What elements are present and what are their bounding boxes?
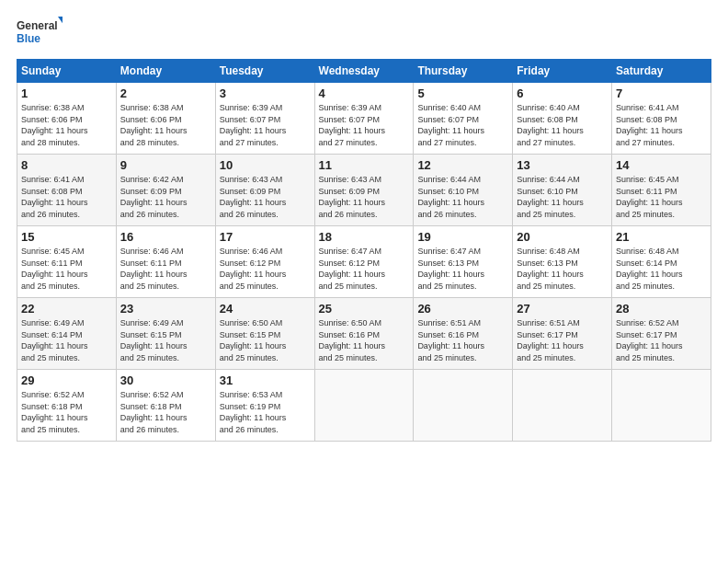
day-info: Sunrise: 6:45 AM Sunset: 6:11 PM Dayligh…: [616, 174, 707, 220]
day-info: Sunrise: 6:47 AM Sunset: 6:12 PM Dayligh…: [319, 246, 410, 292]
day-number: 19: [417, 230, 508, 244]
day-number: 22: [21, 302, 112, 316]
day-cell: 7Sunrise: 6:41 AM Sunset: 6:08 PM Daylig…: [612, 83, 711, 155]
day-number: 31: [220, 373, 311, 387]
day-cell: 5Sunrise: 6:40 AM Sunset: 6:07 PM Daylig…: [414, 83, 513, 155]
day-info: Sunrise: 6:47 AM Sunset: 6:13 PM Dayligh…: [417, 246, 508, 292]
logo: General Blue: [17, 17, 63, 50]
day-info: Sunrise: 6:41 AM Sunset: 6:08 PM Dayligh…: [616, 102, 707, 148]
day-number: 28: [616, 302, 707, 316]
day-number: 1: [21, 86, 112, 100]
day-info: Sunrise: 6:50 AM Sunset: 6:16 PM Dayligh…: [319, 317, 410, 363]
day-info: Sunrise: 6:52 AM Sunset: 6:17 PM Dayligh…: [616, 317, 707, 363]
day-cell: 30Sunrise: 6:52 AM Sunset: 6:18 PM Dayli…: [116, 370, 215, 442]
day-cell: 6Sunrise: 6:40 AM Sunset: 6:08 PM Daylig…: [513, 83, 612, 155]
day-header-sunday: Sunday: [17, 60, 117, 83]
svg-text:Blue: Blue: [17, 32, 40, 45]
day-info: Sunrise: 6:49 AM Sunset: 6:14 PM Dayligh…: [21, 317, 112, 363]
day-info: Sunrise: 6:43 AM Sunset: 6:09 PM Dayligh…: [220, 174, 311, 220]
svg-text:General: General: [17, 19, 58, 32]
day-cell: 10Sunrise: 6:43 AM Sunset: 6:09 PM Dayli…: [215, 155, 314, 226]
day-info: Sunrise: 6:48 AM Sunset: 6:14 PM Dayligh…: [616, 246, 707, 292]
calendar-page: General Blue SundayMondayTuesdayWednesda…: [0, 0, 728, 563]
day-cell: 28Sunrise: 6:52 AM Sunset: 6:17 PM Dayli…: [612, 298, 711, 370]
day-number: 13: [517, 158, 608, 172]
day-cell: 13Sunrise: 6:44 AM Sunset: 6:10 PM Dayli…: [513, 155, 612, 226]
day-number: 18: [319, 230, 410, 244]
day-cell: [612, 370, 711, 442]
day-number: 14: [616, 158, 707, 172]
day-info: Sunrise: 6:40 AM Sunset: 6:07 PM Dayligh…: [417, 102, 508, 148]
day-info: Sunrise: 6:39 AM Sunset: 6:07 PM Dayligh…: [220, 102, 311, 148]
day-info: Sunrise: 6:42 AM Sunset: 6:09 PM Dayligh…: [120, 174, 211, 220]
day-number: 27: [517, 302, 608, 316]
day-number: 30: [120, 373, 211, 387]
day-cell: 14Sunrise: 6:45 AM Sunset: 6:11 PM Dayli…: [612, 155, 711, 226]
day-cell: 24Sunrise: 6:50 AM Sunset: 6:15 PM Dayli…: [215, 298, 314, 370]
day-number: 29: [21, 373, 112, 387]
day-cell: 22Sunrise: 6:49 AM Sunset: 6:14 PM Dayli…: [17, 298, 117, 370]
day-info: Sunrise: 6:38 AM Sunset: 6:06 PM Dayligh…: [120, 102, 211, 148]
day-cell: 2Sunrise: 6:38 AM Sunset: 6:06 PM Daylig…: [116, 83, 215, 155]
day-info: Sunrise: 6:53 AM Sunset: 6:19 PM Dayligh…: [220, 389, 311, 435]
day-cell: 4Sunrise: 6:39 AM Sunset: 6:07 PM Daylig…: [314, 83, 414, 155]
day-cell: 31Sunrise: 6:53 AM Sunset: 6:19 PM Dayli…: [215, 370, 314, 442]
day-info: Sunrise: 6:50 AM Sunset: 6:15 PM Dayligh…: [220, 317, 311, 363]
day-cell: 20Sunrise: 6:48 AM Sunset: 6:13 PM Dayli…: [513, 226, 612, 298]
day-number: 2: [120, 86, 211, 100]
day-info: Sunrise: 6:44 AM Sunset: 6:10 PM Dayligh…: [417, 174, 508, 220]
day-number: 24: [220, 302, 311, 316]
day-cell: 9Sunrise: 6:42 AM Sunset: 6:09 PM Daylig…: [116, 155, 215, 226]
day-info: Sunrise: 6:51 AM Sunset: 6:17 PM Dayligh…: [517, 317, 608, 363]
day-info: Sunrise: 6:52 AM Sunset: 6:18 PM Dayligh…: [21, 389, 112, 435]
day-cell: 26Sunrise: 6:51 AM Sunset: 6:16 PM Dayli…: [414, 298, 513, 370]
svg-marker-2: [58, 17, 63, 26]
day-number: 6: [517, 86, 608, 100]
day-info: Sunrise: 6:52 AM Sunset: 6:18 PM Dayligh…: [120, 389, 211, 435]
day-info: Sunrise: 6:41 AM Sunset: 6:08 PM Dayligh…: [21, 174, 112, 220]
day-number: 4: [319, 86, 410, 100]
day-cell: 29Sunrise: 6:52 AM Sunset: 6:18 PM Dayli…: [17, 370, 117, 442]
day-number: 17: [220, 230, 311, 244]
day-cell: 16Sunrise: 6:46 AM Sunset: 6:11 PM Dayli…: [116, 226, 215, 298]
header-row: SundayMondayTuesdayWednesdayThursdayFrid…: [17, 60, 711, 83]
day-header-thursday: Thursday: [414, 60, 513, 83]
day-cell: 1Sunrise: 6:38 AM Sunset: 6:06 PM Daylig…: [17, 83, 117, 155]
day-info: Sunrise: 6:46 AM Sunset: 6:11 PM Dayligh…: [120, 246, 211, 292]
day-number: 11: [319, 158, 410, 172]
day-info: Sunrise: 6:39 AM Sunset: 6:07 PM Dayligh…: [319, 102, 410, 148]
day-number: 21: [616, 230, 707, 244]
day-info: Sunrise: 6:48 AM Sunset: 6:13 PM Dayligh…: [517, 246, 608, 292]
day-info: Sunrise: 6:46 AM Sunset: 6:12 PM Dayligh…: [220, 246, 311, 292]
day-info: Sunrise: 6:51 AM Sunset: 6:16 PM Dayligh…: [417, 317, 508, 363]
day-info: Sunrise: 6:38 AM Sunset: 6:06 PM Dayligh…: [21, 102, 112, 148]
week-row-1: 1Sunrise: 6:38 AM Sunset: 6:06 PM Daylig…: [17, 83, 711, 155]
day-cell: [513, 370, 612, 442]
day-cell: 23Sunrise: 6:49 AM Sunset: 6:15 PM Dayli…: [116, 298, 215, 370]
day-number: 25: [319, 302, 410, 316]
day-info: Sunrise: 6:49 AM Sunset: 6:15 PM Dayligh…: [120, 317, 211, 363]
day-number: 10: [220, 158, 311, 172]
week-row-4: 22Sunrise: 6:49 AM Sunset: 6:14 PM Dayli…: [17, 298, 711, 370]
day-number: 26: [417, 302, 508, 316]
day-cell: 18Sunrise: 6:47 AM Sunset: 6:12 PM Dayli…: [314, 226, 414, 298]
day-info: Sunrise: 6:44 AM Sunset: 6:10 PM Dayligh…: [517, 174, 608, 220]
week-row-3: 15Sunrise: 6:45 AM Sunset: 6:11 PM Dayli…: [17, 226, 711, 298]
day-cell: 11Sunrise: 6:43 AM Sunset: 6:09 PM Dayli…: [314, 155, 414, 226]
day-header-wednesday: Wednesday: [314, 60, 414, 83]
week-row-5: 29Sunrise: 6:52 AM Sunset: 6:18 PM Dayli…: [17, 370, 711, 442]
day-cell: 3Sunrise: 6:39 AM Sunset: 6:07 PM Daylig…: [215, 83, 314, 155]
week-row-2: 8Sunrise: 6:41 AM Sunset: 6:08 PM Daylig…: [17, 155, 711, 226]
day-number: 20: [517, 230, 608, 244]
day-number: 23: [120, 302, 211, 316]
day-number: 9: [120, 158, 211, 172]
day-cell: 19Sunrise: 6:47 AM Sunset: 6:13 PM Dayli…: [414, 226, 513, 298]
day-cell: [314, 370, 414, 442]
logo-svg: General Blue: [17, 17, 63, 50]
day-info: Sunrise: 6:43 AM Sunset: 6:09 PM Dayligh…: [319, 174, 410, 220]
day-number: 12: [417, 158, 508, 172]
header: General Blue: [17, 17, 711, 50]
day-cell: 27Sunrise: 6:51 AM Sunset: 6:17 PM Dayli…: [513, 298, 612, 370]
day-number: 16: [120, 230, 211, 244]
calendar-table: SundayMondayTuesdayWednesdayThursdayFrid…: [17, 59, 711, 442]
